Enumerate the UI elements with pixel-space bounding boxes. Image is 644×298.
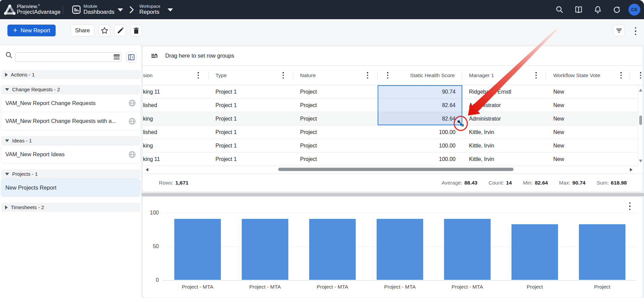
delete-button[interactable] — [130, 25, 142, 36]
column-menu-icon[interactable] — [367, 72, 368, 78]
user-avatar[interactable]: CE — [628, 4, 640, 15]
grid-cell[interactable]: New — [553, 126, 564, 139]
fill-handle[interactable] — [460, 123, 463, 126]
sidebar-section-header[interactable]: Actions - 1 — [1, 70, 140, 79]
horizontal-scroll-thumb[interactable] — [278, 168, 514, 171]
chevron-down-icon[interactable] — [5, 139, 9, 142]
grid-cell[interactable]: lished — [143, 126, 157, 139]
column-header[interactable]: Manager 1 — [469, 66, 494, 85]
grid-cell[interactable]: Project 1 — [215, 126, 237, 139]
grid-cell[interactable]: Ridgeback, Ernstl — [469, 85, 511, 99]
chart-bar[interactable] — [174, 219, 221, 280]
grid-cell[interactable]: 100.00 — [439, 126, 456, 139]
grid-cell[interactable]: king — [143, 139, 153, 153]
chevron-down-icon[interactable] — [5, 173, 9, 175]
column-resize-handle[interactable] — [209, 72, 209, 79]
grid-cell[interactable]: Administrator — [469, 112, 501, 126]
grid-row[interactable]: kingProject 1Project100.00Kittle, IrvinN… — [143, 139, 638, 153]
sidebar-section-header[interactable]: Timesheets - 2 — [1, 203, 140, 212]
edit-button[interactable] — [114, 25, 126, 36]
chart-more-options-icon[interactable] — [629, 202, 631, 210]
chevron-down-icon[interactable] — [5, 88, 9, 91]
column-menu-icon[interactable] — [198, 72, 199, 78]
chart-bar[interactable] — [242, 219, 288, 280]
grid-cell[interactable]: Kittle, Irvin — [469, 126, 494, 139]
module-dropdown-icon[interactable] — [118, 8, 123, 11]
search-menu-icon[interactable] — [114, 55, 120, 60]
scroll-right-icon[interactable] — [630, 168, 633, 171]
grid-row[interactable]: king 11Project 1Project100.00Kittle, Irv… — [143, 153, 638, 166]
column-header[interactable]: sion — [143, 66, 152, 85]
grid-cell[interactable]: king 11 — [143, 85, 160, 99]
grid-cell[interactable]: lished — [143, 99, 157, 112]
column-resize-handle[interactable] — [377, 72, 378, 79]
grid-cell[interactable]: Kittle, Irvin — [469, 139, 494, 153]
module-picker[interactable]: Module Dashboards — [72, 4, 123, 15]
column-menu-icon[interactable] — [387, 72, 388, 78]
grid-cell[interactable]: Project — [300, 153, 317, 166]
sidebar-report-item[interactable]: VAM_New Report Change Requests — [1, 94, 140, 112]
scroll-down-icon[interactable] — [639, 160, 642, 163]
column-resize-handle[interactable] — [293, 72, 293, 79]
sidebar-report-item[interactable]: New Projects Report — [1, 179, 140, 197]
grid-cell[interactable]: Project — [300, 85, 317, 99]
column-header[interactable]: Type — [215, 66, 227, 85]
column-header[interactable]: Static Health Score — [410, 66, 455, 85]
grid-cell[interactable]: Project — [300, 99, 317, 112]
grid-chart-splitter[interactable] — [142, 193, 644, 196]
chart-bar[interactable] — [377, 219, 423, 280]
chevron-right-icon[interactable] — [5, 205, 8, 209]
grid-cell[interactable]: king 11 — [143, 153, 160, 166]
row-group-drop-zone[interactable]: Drag here to set row groups — [143, 46, 643, 66]
column-menu-icon[interactable] — [283, 72, 284, 78]
scroll-up-icon[interactable] — [639, 89, 642, 92]
notifications-bell-icon[interactable] — [594, 6, 602, 14]
column-resize-handle[interactable] — [546, 72, 546, 79]
column-header[interactable]: Workflow State Vote — [553, 66, 600, 85]
sidebar-section-header[interactable]: Ideas - 1 — [1, 136, 140, 145]
grid-cell[interactable]: Project — [300, 139, 317, 153]
workspace-dropdown-icon[interactable] — [168, 8, 173, 11]
column-menu-icon[interactable] — [620, 72, 622, 78]
grid-cell[interactable]: 100.00 — [439, 139, 456, 153]
workspace-picker[interactable]: Workspace Reports — [139, 4, 173, 15]
grid-vertical-scrollbar[interactable] — [638, 85, 643, 166]
grid-cell[interactable]: Project — [300, 126, 317, 139]
grid-cell[interactable]: Project 1 — [215, 85, 237, 99]
chart-bar[interactable] — [511, 224, 558, 280]
sidebar-section-header[interactable]: Projects - 1 — [1, 169, 140, 178]
grid-horizontal-scrollbar[interactable] — [143, 166, 636, 173]
sidebar-report-item[interactable]: VAM_New Report Change Requests with a... — [1, 112, 140, 130]
grid-cell[interactable]: New — [553, 139, 564, 153]
grid-cell[interactable]: Project 1 — [215, 112, 237, 126]
chart-bar[interactable] — [579, 224, 625, 280]
column-resize-handle[interactable] — [462, 72, 462, 79]
sidebar-report-item[interactable]: VAM_New Report Ideas — [1, 145, 140, 163]
grid-cell[interactable]: New — [553, 112, 564, 126]
collapse-sidebar-button[interactable] — [126, 52, 136, 62]
grid-cell[interactable]: New — [553, 99, 564, 112]
grid-cell[interactable]: New — [553, 153, 564, 166]
grid-cell[interactable]: Project 1 — [215, 99, 237, 112]
chart-bar[interactable] — [444, 219, 491, 280]
grid-cell[interactable]: Project 1 — [215, 153, 237, 166]
grid-cell[interactable]: Project 1 — [215, 139, 237, 153]
grid-cell[interactable]: 100.00 — [439, 153, 456, 166]
column-header[interactable]: Nature — [300, 66, 316, 85]
planview-logo[interactable]: Planview.® ProjectAdvantage — [3, 4, 61, 16]
grid-cell[interactable]: Administrator — [469, 99, 501, 112]
chart-bar[interactable] — [309, 219, 356, 280]
grid-cell[interactable]: Kittle, Irvin — [469, 153, 494, 166]
scroll-left-icon[interactable] — [146, 168, 148, 171]
new-report-button[interactable]: + New Report — [7, 25, 56, 36]
vertical-scroll-thumb[interactable] — [639, 115, 642, 125]
column-menu-icon[interactable] — [640, 72, 641, 78]
column-resize-handle[interactable] — [630, 72, 630, 79]
filter-button[interactable] — [613, 25, 625, 36]
grid-cell[interactable]: New — [553, 85, 564, 99]
grid-row[interactable]: lishedProject 1Project100.00Kittle, Irvi… — [143, 126, 638, 139]
search-icon[interactable] — [555, 6, 563, 13]
grid-cell[interactable]: king — [143, 112, 153, 126]
sidebar-section-header[interactable]: Change Requests - 2 — [1, 85, 140, 94]
documentation-book-icon[interactable] — [575, 6, 583, 13]
